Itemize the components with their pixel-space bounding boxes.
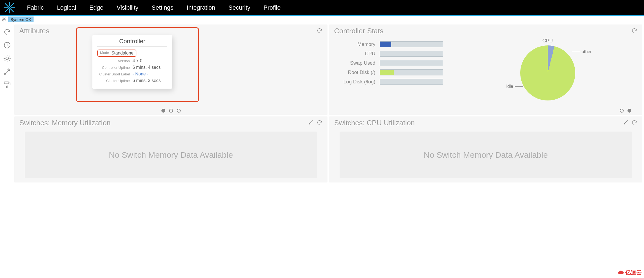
pager-dot[interactable] [161, 109, 165, 113]
cluster-short-label-label: Cluster Short Label [97, 72, 130, 76]
version-value: 4.7.0 [133, 58, 142, 63]
bar-label: Swap Used [334, 60, 375, 66]
nav-profile[interactable]: Profile [263, 4, 280, 11]
status-strip: System OK [0, 16, 644, 23]
nav-settings[interactable]: Settings [152, 4, 174, 11]
pager-dot[interactable] [169, 109, 173, 113]
cpu-pie: CPU idle other [458, 38, 637, 100]
clock-icon[interactable] [3, 41, 11, 49]
nav-logical[interactable]: Logical [57, 4, 76, 11]
status-badge[interactable]: System OK [8, 17, 34, 22]
empty-text: No Switch Memory Data Available [424, 150, 548, 160]
watermark: 亿速云 [618, 269, 642, 276]
panel-controller-stats: Controller Stats Memory CPU [329, 24, 642, 115]
stats-pager [620, 109, 631, 113]
controller-uptime-value: 6 mins, 4 secs [133, 65, 161, 70]
svg-point-11 [6, 57, 9, 60]
pager-dot[interactable] [628, 109, 631, 113]
nav-security[interactable]: Security [229, 4, 250, 11]
bar-swap: Swap Used [334, 60, 450, 66]
empty-state: No Switch Memory Data Available [340, 132, 632, 178]
svg-line-19 [5, 60, 5, 61]
tools-icon[interactable] [308, 119, 314, 127]
version-label: Version [97, 59, 130, 63]
app-logo[interactable] [3, 1, 16, 14]
refresh-icon[interactable] [317, 119, 323, 127]
cluster-uptime-value: 6 mins, 3 secs [133, 78, 161, 83]
tools-icon[interactable] [3, 67, 11, 76]
tools-icon[interactable] [623, 119, 629, 127]
pager-dot[interactable] [177, 109, 181, 113]
nav-integration[interactable]: Integration [187, 4, 215, 11]
pie-label-other: other [572, 49, 591, 54]
bar-label: CPU [334, 51, 375, 57]
controller-card-title: Controller [97, 38, 167, 47]
refresh-icon[interactable] [3, 28, 11, 36]
cpu-pie-title: CPU [542, 38, 553, 44]
pie-label-idle: idle [507, 84, 523, 89]
sun-icon[interactable] [3, 54, 11, 62]
panel-switches-memory: Switches: Memory Utilization No Switch M… [14, 116, 327, 182]
refresh-icon[interactable] [317, 28, 323, 35]
top-nav: Fabric Logical Edge Visibility Settings … [27, 4, 281, 11]
pie-chart-icon [520, 45, 575, 100]
attributes-pager [14, 109, 327, 113]
bar-cpu: CPU [334, 51, 450, 57]
svg-line-17 [9, 60, 10, 61]
nav-fabric[interactable]: Fabric [27, 4, 44, 11]
empty-state: No Switch Memory Data Available [25, 132, 317, 178]
svg-line-16 [5, 56, 5, 57]
refresh-icon[interactable] [631, 28, 637, 35]
sidebar [0, 23, 14, 184]
controller-uptime-label: Controller Uptime [97, 66, 130, 70]
bar-memory: Memory [334, 41, 450, 47]
svg-line-18 [9, 56, 10, 57]
nav-visibility[interactable]: Visibility [117, 4, 138, 11]
panel-switches-cpu: Switches: CPU Utilization No Switch Memo… [329, 116, 642, 182]
pager-dot[interactable] [620, 109, 624, 113]
nav-edge[interactable]: Edge [89, 4, 103, 11]
mode-value: Standalone [111, 51, 134, 56]
controller-card: Controller Mode Standalone Version 4.7.0… [92, 35, 172, 89]
stats-bars: Memory CPU Swap Used Root Disk (/) [334, 38, 450, 100]
empty-text: No Switch Memory Data Available [109, 150, 233, 160]
cluster-short-label-value[interactable]: - None - [133, 72, 148, 77]
panel-attributes-title: Attributes [19, 27, 49, 35]
status-icon [1, 17, 7, 22]
bar-label: Log Disk (/log) [334, 79, 375, 85]
svg-rect-21 [4, 82, 9, 84]
bar-log-disk: Log Disk (/log) [334, 79, 450, 85]
bar-label: Root Disk (/) [334, 70, 375, 75]
cluster-uptime-label: Cluster Uptime [97, 79, 130, 83]
panel-sw-mem-title: Switches: Memory Utilization [19, 119, 111, 127]
panel-sw-cpu-title: Switches: CPU Utilization [334, 119, 415, 127]
panel-attributes: Attributes Controller Mode Standalone [14, 24, 327, 115]
mode-label: Mode [100, 51, 109, 56]
paint-roller-icon[interactable] [3, 81, 11, 89]
bar-root-disk: Root Disk (/) [334, 69, 450, 75]
bar-label: Memory [334, 42, 375, 47]
refresh-icon[interactable] [631, 119, 637, 127]
panel-stats-title: Controller Stats [334, 27, 383, 35]
top-bar: Fabric Logical Edge Visibility Settings … [0, 0, 644, 15]
svg-rect-22 [7, 86, 8, 88]
